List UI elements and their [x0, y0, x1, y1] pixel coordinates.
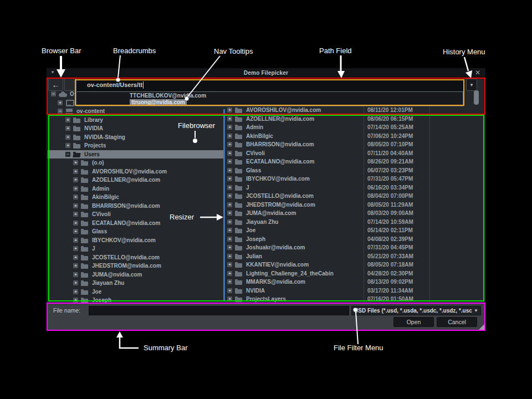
expand-toggle-icon[interactable]: +: [227, 202, 232, 207]
file-list-row[interactable]: +CVivoli07/11/20 04:40AM: [225, 149, 484, 158]
close-icon[interactable]: ✕: [475, 69, 480, 76]
tree-row[interactable]: +AZOELLNER@nvidia.com: [48, 176, 223, 185]
expand-toggle-icon[interactable]: +: [227, 237, 232, 242]
expand-toggle-icon[interactable]: +: [73, 160, 78, 165]
expand-toggle-icon[interactable]: +: [227, 219, 232, 224]
file-list-row[interactable]: +Julian05/21/20 07:33AM: [225, 252, 484, 261]
tree-row[interactable]: +BHARRISON@nvidia.com: [48, 202, 223, 211]
tree-row[interactable]: +NVIDIA-Staging: [48, 133, 223, 142]
file-list-row[interactable]: +JUMA@nvidia.com08/03/20 09:00AM: [225, 209, 484, 218]
expand-toggle-icon[interactable]: +: [65, 126, 70, 131]
expand-toggle-icon[interactable]: +: [73, 280, 78, 285]
expand-toggle-icon[interactable]: +: [227, 168, 232, 173]
expand-toggle-icon[interactable]: +: [73, 203, 78, 208]
tree-row[interactable]: +Joe: [48, 288, 223, 296]
expand-toggle-icon[interactable]: +: [227, 159, 232, 164]
expand-toggle-icon[interactable]: +: [227, 185, 232, 190]
tree-row[interactable]: +ECATALANO@nvidia.com: [48, 219, 223, 228]
expand-toggle-icon[interactable]: +: [227, 142, 232, 147]
file-list-row[interactable]: +AVOROSHILOV@nvidia.com08/11/20 12:01PM: [225, 106, 484, 115]
expand-toggle-icon[interactable]: +: [73, 298, 78, 303]
file-list-row[interactable]: +JHEDSTROM@nvidia.com08/05/20 11:29AM: [225, 201, 484, 209]
file-list-row[interactable]: +AkinBilgic07/06/20 10:24PM: [225, 132, 484, 141]
file-list-row[interactable]: +IBYCHKOV@nvidia.com07/31/20 05:47PM: [225, 175, 484, 183]
expand-toggle-icon[interactable]: +: [73, 246, 78, 251]
expand-toggle-icon[interactable]: +: [227, 262, 232, 267]
tree-row[interactable]: +AkinBilgic: [48, 193, 223, 202]
expand-toggle-icon[interactable]: +: [227, 254, 232, 259]
file-name-input[interactable]: [89, 306, 349, 315]
expand-toggle-icon[interactable]: +: [227, 116, 232, 121]
file-list-row[interactable]: +Admin07/14/20 05:25AM: [225, 123, 484, 132]
tree-row[interactable]: +Projects: [48, 141, 223, 150]
file-list-row[interactable]: +AZOELLNER@nvidia.com08/06/20 06:15PM: [225, 115, 484, 124]
expand-toggle-icon[interactable]: +: [227, 151, 232, 156]
tree-row[interactable]: +JCOSTELLO@nvidia.com: [48, 253, 223, 262]
expand-toggle-icon[interactable]: +: [73, 263, 78, 268]
expand-toggle-icon[interactable]: +: [73, 195, 78, 200]
tree-row[interactable]: +J: [48, 244, 223, 253]
expand-toggle-icon[interactable]: +: [227, 108, 232, 112]
expand-toggle-icon[interactable]: +: [58, 100, 63, 105]
expand-toggle-icon[interactable]: +: [227, 125, 232, 130]
file-list-row[interactable]: +BHARRISON@nvidia.com08/05/20 07:10PM: [225, 140, 484, 149]
file-list-row[interactable]: +KKANTIEV@nvidia.com08/05/20 07:18AM: [225, 260, 484, 269]
expand-toggle-icon[interactable]: +: [73, 169, 78, 174]
path-field[interactable]: ov-content/Users/tt: [77, 79, 463, 91]
tree-row[interactable]: +Joseph: [48, 296, 223, 303]
file-list-row[interactable]: +Joe05/14/20 02:11PM: [225, 226, 484, 235]
expand-toggle-icon[interactable]: +: [227, 279, 232, 284]
file-list-row[interactable]: +Joshuakr@nvidia.com07/31/20 04:45PM: [225, 243, 484, 252]
expand-toggle-icon[interactable]: +: [73, 186, 78, 191]
file-list-row[interactable]: +J06/16/20 03:34PM: [225, 183, 484, 192]
window-collapse-icon[interactable]: ▼: [50, 70, 55, 75]
collapse-toggle-icon[interactable]: −: [65, 152, 70, 157]
file-list-row[interactable]: +NVIDIA03/17/20 11:34AM: [225, 287, 484, 295]
expand-toggle-icon[interactable]: +: [65, 117, 70, 122]
tree-row[interactable]: +JHEDSTROM@nvidia.com: [48, 262, 223, 270]
expand-toggle-icon[interactable]: +: [73, 272, 78, 277]
expand-toggle-icon[interactable]: +: [227, 176, 232, 181]
tree-row[interactable]: +IBYCHKOV@nvidia.com: [48, 236, 223, 245]
expand-toggle-icon[interactable]: +: [73, 229, 78, 234]
history-menu-button[interactable]: ▼: [466, 79, 477, 91]
file-filter-menu[interactable]: USD Files (*.usd, *.usda, *.usdc, *.usdz…: [351, 306, 481, 315]
expand-toggle-icon[interactable]: +: [227, 245, 232, 250]
file-list-row[interactable]: +JCOSTELLO@nvidia.com08/04/20 07:00PM: [225, 192, 484, 201]
file-list-row[interactable]: +ProjectsLayers07/16/20 01:50AM: [225, 295, 484, 303]
expand-toggle-icon[interactable]: +: [73, 255, 78, 260]
tree-row[interactable]: +Jiayuan Zhu: [48, 279, 223, 288]
collapse-toggle-icon[interactable]: −: [51, 91, 56, 96]
tree-row[interactable]: +JUMA@nvidia.com: [48, 270, 223, 279]
expand-toggle-icon[interactable]: +: [73, 221, 78, 226]
expand-toggle-icon[interactable]: +: [227, 228, 232, 233]
expand-toggle-icon[interactable]: +: [227, 271, 232, 276]
cancel-button[interactable]: Cancel: [437, 317, 477, 327]
back-button[interactable]: ←: [48, 78, 63, 91]
tree-row[interactable]: +Glass: [48, 227, 223, 236]
tree-row[interactable]: −Users: [48, 150, 223, 159]
tree-row[interactable]: +CVivoli: [48, 210, 223, 219]
expand-toggle-icon[interactable]: +: [227, 288, 232, 293]
file-list-row[interactable]: +Joseph04/08/20 02:39PM: [225, 235, 484, 244]
expand-toggle-icon[interactable]: +: [227, 134, 232, 139]
expand-toggle-icon[interactable]: +: [227, 193, 232, 198]
file-list-row[interactable]: +Jiayuan Zhu07/14/20 10:59AM: [225, 218, 484, 227]
tree-row[interactable]: −ov-content: [48, 107, 223, 116]
forward-button[interactable]: [64, 78, 76, 91]
tree-row[interactable]: +Admin: [48, 185, 223, 193]
tooltip-item-highlighted[interactable]: ttruong@nvidia.com: [76, 99, 463, 106]
file-list-row[interactable]: +Glass06/07/20 03:23PM: [225, 166, 484, 175]
tree-row[interactable]: +(o.o): [48, 158, 223, 167]
file-list-row[interactable]: +Lighting_Challenge_24_theCabin04/28/20 …: [225, 269, 484, 278]
expand-toggle-icon[interactable]: +: [65, 143, 70, 148]
expand-toggle-icon[interactable]: +: [73, 212, 78, 217]
scrollbar-thumb[interactable]: [474, 90, 479, 105]
file-list-row[interactable]: +MMARKS@nvidia.com08/13/20 09:02PM: [225, 278, 484, 287]
tree-row[interactable]: +AVOROSHILOV@nvidia.com: [48, 167, 223, 176]
expand-toggle-icon[interactable]: +: [73, 238, 78, 243]
expand-toggle-icon[interactable]: +: [65, 135, 70, 140]
expand-toggle-icon[interactable]: +: [227, 296, 232, 301]
expand-toggle-icon[interactable]: +: [73, 177, 78, 182]
open-button[interactable]: Open: [393, 317, 434, 327]
